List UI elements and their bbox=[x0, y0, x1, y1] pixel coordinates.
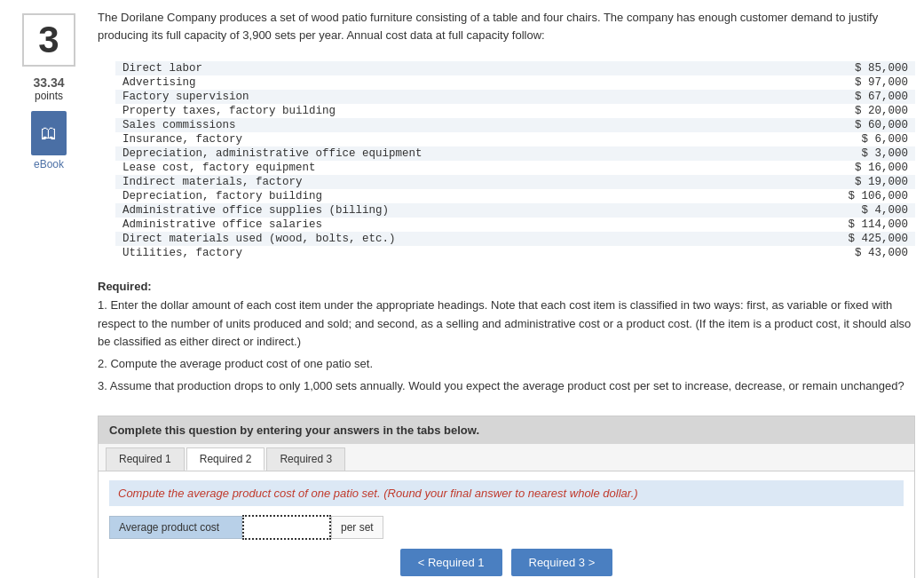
cost-item-amount: $ 3,000 bbox=[724, 146, 915, 161]
cost-item-amount: $ 97,000 bbox=[724, 75, 915, 90]
points-info: 33.34 points bbox=[33, 75, 64, 102]
cost-item-amount: $ 85,000 bbox=[724, 61, 915, 75]
tabs-row: Required 1 Required 2 Required 3 bbox=[99, 444, 914, 471]
cost-item-amount: $ 20,000 bbox=[724, 104, 915, 118]
answer-label: Average product cost bbox=[109, 516, 242, 539]
cost-item-name: Administrative office salaries bbox=[115, 218, 724, 232]
question-description: The Dorilane Company produces a set of w… bbox=[98, 9, 915, 44]
sidebar: 3 33.34 points 🕮 eBook bbox=[9, 9, 89, 578]
cost-item-amount: $ 114,000 bbox=[724, 218, 915, 232]
tab-container: Complete this question by entering your … bbox=[98, 416, 915, 578]
average-product-cost-input[interactable] bbox=[242, 515, 331, 540]
tab-required-3[interactable]: Required 3 bbox=[266, 447, 345, 471]
cost-table: Direct labor$ 85,000Advertising$ 97,000F… bbox=[115, 61, 915, 260]
next-required-button[interactable]: Required 3 > bbox=[511, 549, 613, 576]
cost-item-name: Depreciation, administrative office equi… bbox=[115, 146, 724, 161]
ebook-label: eBook bbox=[34, 158, 64, 170]
question-number: 3 bbox=[22, 13, 75, 67]
cost-item-amount: $ 16,000 bbox=[724, 161, 915, 175]
answer-unit: per set bbox=[331, 516, 383, 539]
instruction-text: Compute the average product cost of one … bbox=[118, 487, 381, 500]
ebook-icon: 🕮 bbox=[31, 111, 67, 155]
cost-item-name: Depreciation, factory building bbox=[115, 189, 724, 203]
tab-instruction: Compute the average product cost of one … bbox=[109, 480, 904, 506]
required-item: 2. Compute the average product cost of o… bbox=[98, 355, 915, 374]
cost-item-name: Factory supervision bbox=[115, 90, 724, 104]
cost-item-name: Indirect materials, factory bbox=[115, 175, 724, 189]
cost-item-name: Utilities, factory bbox=[115, 246, 724, 260]
cost-item-name: Direct labor bbox=[115, 61, 724, 75]
required-label: Required: bbox=[98, 280, 152, 293]
cost-item-name: Property taxes, factory building bbox=[115, 104, 724, 118]
ebook-box[interactable]: 🕮 eBook bbox=[31, 111, 67, 170]
tab-required-1[interactable]: Required 1 bbox=[106, 447, 185, 471]
cost-item-amount: $ 60,000 bbox=[724, 118, 915, 132]
tab-required-2[interactable]: Required 2 bbox=[186, 447, 265, 471]
required-section: Required: 1. Enter the dollar amount of … bbox=[98, 278, 915, 400]
required-item: 1. Enter the dollar amount of each cost … bbox=[98, 297, 915, 352]
main-content: The Dorilane Company produces a set of w… bbox=[98, 9, 915, 578]
cost-item-amount: $ 43,000 bbox=[724, 246, 915, 260]
tab-header-bar: Complete this question by entering your … bbox=[99, 416, 914, 444]
cost-item-amount: $ 19,000 bbox=[724, 175, 915, 189]
cost-item-amount: $ 67,000 bbox=[724, 90, 915, 104]
cost-item-name: Insurance, factory bbox=[115, 132, 724, 146]
tab-content: Compute the average product cost of one … bbox=[99, 471, 914, 578]
instruction-round: (Round your final answer to nearest whol… bbox=[383, 487, 637, 500]
points-label: points bbox=[33, 90, 64, 102]
cost-item-name: Advertising bbox=[115, 75, 724, 90]
cost-item-name: Lease cost, factory equipment bbox=[115, 161, 724, 175]
required-item: 3. Assume that production drops to only … bbox=[98, 377, 915, 396]
nav-buttons: < Required 1 Required 3 > bbox=[109, 549, 904, 576]
cost-item-amount: $ 425,000 bbox=[724, 232, 915, 246]
cost-item-name: Administrative office supplies (billing) bbox=[115, 203, 724, 218]
cost-item-amount: $ 4,000 bbox=[724, 203, 915, 218]
cost-item-name: Sales commissions bbox=[115, 118, 724, 132]
cost-item-name: Direct materials used (wood, bolts, etc.… bbox=[115, 232, 724, 246]
prev-required-button[interactable]: < Required 1 bbox=[400, 549, 502, 576]
answer-row: Average product cost per set bbox=[109, 515, 904, 540]
cost-item-amount: $ 106,000 bbox=[724, 189, 915, 203]
points-value: 33.34 bbox=[33, 75, 64, 90]
cost-item-amount: $ 6,000 bbox=[724, 132, 915, 146]
